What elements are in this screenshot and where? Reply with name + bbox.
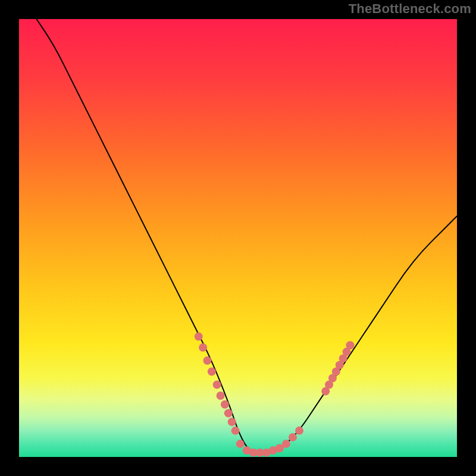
data-point	[224, 409, 233, 417]
data-point	[289, 433, 297, 441]
data-point	[228, 418, 236, 426]
data-point	[195, 333, 203, 341]
plot-area	[19, 19, 457, 457]
data-point	[295, 427, 303, 435]
data-point	[236, 440, 245, 448]
data-point	[231, 427, 240, 435]
data-point	[282, 440, 290, 448]
data-point	[217, 392, 225, 400]
bottleneck-chart	[0, 0, 476, 476]
chart-container: TheBottleneck.com	[0, 0, 476, 476]
data-point	[213, 381, 221, 389]
data-point	[199, 343, 207, 352]
data-point	[203, 356, 211, 365]
plot-background	[19, 19, 457, 457]
data-point	[221, 400, 229, 409]
data-point	[346, 341, 354, 349]
data-point	[208, 367, 216, 375]
watermark-text: TheBottleneck.com	[349, 1, 471, 17]
